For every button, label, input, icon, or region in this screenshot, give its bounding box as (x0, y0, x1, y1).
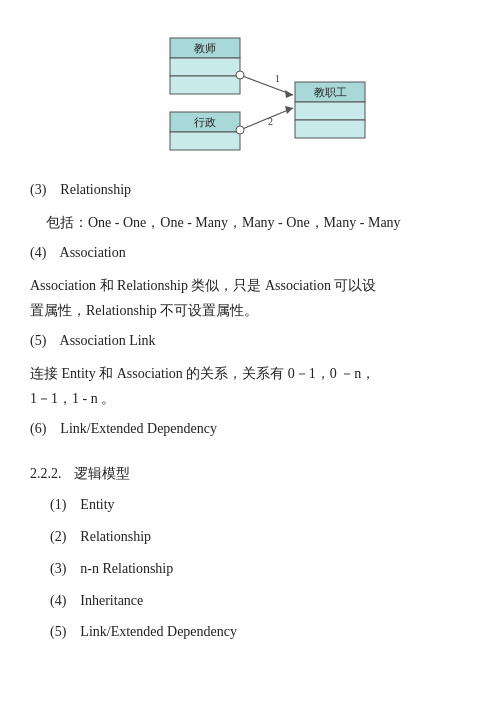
item-3-label: Relationship (60, 182, 131, 197)
sub-item-3: (3) n-n Relationship (50, 557, 470, 581)
item-5-desc: 连接 Entity 和 Association 的关系，关系有 0－1，0 －n… (30, 361, 470, 411)
svg-line-11 (240, 75, 293, 95)
item-4-desc-line2: 置属性，Relationship 不可设置属性。 (30, 303, 258, 318)
svg-text:行政: 行政 (194, 116, 216, 128)
section-222-title: 逻辑模型 (74, 465, 130, 483)
svg-rect-6 (295, 102, 365, 120)
item-6: (6) Link/Extended Dependency (30, 417, 470, 441)
item-3-desc: 包括：One - One，One - Many，Many - One，Many … (46, 210, 470, 235)
item-5-num: (5) (30, 333, 46, 348)
item-5-desc-line2: 1－1，1 - n 。 (30, 391, 115, 406)
sub-3-label: n-n Relationship (80, 561, 173, 576)
sub-3-num: (3) (50, 561, 66, 576)
item-5-desc-line1: 连接 Entity 和 Association 的关系，关系有 0－1，0 －n… (30, 366, 375, 381)
item-6-label: Link/Extended Dependency (60, 421, 217, 436)
section-222: 2.2.2. 逻辑模型 (30, 465, 470, 483)
svg-point-17 (236, 126, 244, 134)
svg-text:教职工: 教职工 (314, 86, 347, 98)
item-3-desc-text: 包括：One - One，One - Many，Many - One，Many … (46, 215, 401, 230)
item-3: (3) Relationship (30, 178, 470, 202)
sub-4-num: (4) (50, 593, 66, 608)
sub-item-5: (5) Link/Extended Dependency (50, 620, 470, 644)
item-4: (4) Association (30, 241, 470, 265)
sub-4-label: Inheritance (80, 593, 143, 608)
svg-marker-16 (285, 106, 293, 114)
uml-diagram: 教师 教职工 行政 1 2 (110, 30, 390, 160)
sub-item-2: (2) Relationship (50, 525, 470, 549)
sub-item-1: (1) Entity (50, 493, 470, 517)
sub-2-num: (2) (50, 529, 66, 544)
svg-rect-7 (295, 120, 365, 138)
sub-5-num: (5) (50, 624, 66, 639)
section-222-num: 2.2.2. (30, 466, 62, 482)
svg-text:1: 1 (275, 73, 280, 84)
sub-2-label: Relationship (80, 529, 151, 544)
item-4-desc: Association 和 Relationship 类似，只是 Associa… (30, 273, 470, 323)
item-4-desc-line1: Association 和 Relationship 类似，只是 Associa… (30, 278, 376, 293)
item-5-label: Association Link (60, 333, 156, 348)
item-3-num: (3) (30, 182, 46, 197)
svg-text:2: 2 (268, 116, 273, 127)
sub-section-list: (1) Entity (2) Relationship (3) n-n Rela… (50, 493, 470, 644)
sub-1-label: Entity (80, 497, 114, 512)
item-6-num: (6) (30, 421, 46, 436)
svg-text:教师: 教师 (194, 42, 216, 54)
diagram-area: 教师 教职工 行政 1 2 (30, 30, 470, 160)
item-4-num: (4) (30, 245, 46, 260)
svg-rect-3 (170, 76, 240, 94)
svg-rect-2 (170, 58, 240, 76)
sub-1-num: (1) (50, 497, 66, 512)
svg-rect-10 (170, 132, 240, 150)
sub-5-label: Link/Extended Dependency (80, 624, 237, 639)
svg-point-13 (236, 71, 244, 79)
item-5: (5) Association Link (30, 329, 470, 353)
sub-item-4: (4) Inheritance (50, 589, 470, 613)
svg-line-15 (240, 108, 293, 130)
item-4-label: Association (60, 245, 126, 260)
